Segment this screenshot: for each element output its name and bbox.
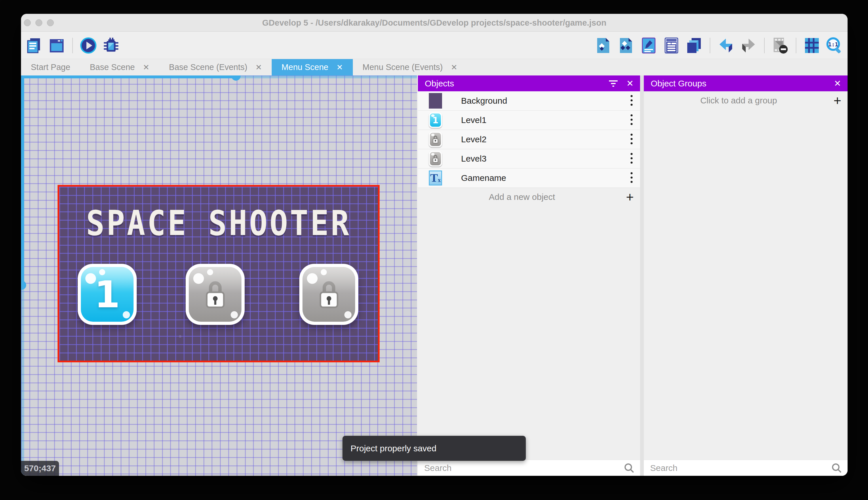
object-groups-panel-header: Object Groups ✕ — [644, 76, 847, 91]
tab-menu-scene-events[interactable]: Menu Scene (Events)✕ — [353, 59, 467, 76]
cursor-coordinates: 570;437 — [21, 461, 59, 476]
level1-button-object[interactable]: 1 — [78, 264, 137, 325]
search-icon — [623, 462, 635, 474]
scene-title-text-object[interactable]: SPACE SHOOTER — [59, 203, 378, 243]
close-panel-icon[interactable]: ✕ — [623, 77, 637, 90]
toolbar-left-group — [25, 32, 120, 59]
level1-thumbnail: 1 — [429, 112, 442, 128]
objects-search-bar — [418, 460, 640, 476]
toolbar-divider — [764, 38, 765, 53]
text-object-icon: Tx — [429, 170, 442, 186]
object-row-background[interactable]: Background — [418, 91, 640, 111]
lock-icon — [432, 154, 439, 163]
objects-panel: Objects ✕ Background 1 Level1 — [418, 76, 640, 476]
tab-base-scene-events[interactable]: Base Scene (Events)✕ — [159, 59, 272, 76]
project-manager-icon[interactable] — [25, 37, 43, 55]
object-groups-icon[interactable] — [617, 37, 635, 55]
save-toast: Project properly saved — [342, 436, 526, 461]
object-row-level2[interactable]: Level2 — [418, 130, 640, 149]
level3-thumbnail — [429, 151, 442, 167]
plus-icon[interactable]: + — [833, 94, 841, 107]
scene-window-icon[interactable] — [48, 37, 66, 55]
level3-button-object[interactable] — [299, 264, 358, 325]
object-row-level1[interactable]: 1 Level1 — [418, 111, 640, 130]
level2-thumbnail — [429, 132, 442, 147]
redo-icon[interactable] — [740, 37, 758, 55]
tab-bar: Start Page Base Scene✕ Base Scene (Event… — [21, 59, 847, 76]
close-tab-icon[interactable]: ✕ — [337, 63, 343, 72]
toast-message: Project properly saved — [351, 444, 436, 453]
close-tab-icon[interactable]: ✕ — [255, 63, 262, 72]
object-menu-icon[interactable] — [630, 133, 633, 146]
instances-list-icon[interactable] — [662, 37, 680, 55]
toolbar: 1:1 — [21, 32, 847, 59]
search-icon — [831, 462, 842, 474]
groups-search-bar — [644, 460, 847, 476]
button-gloss — [189, 267, 242, 322]
toolbar-divider — [796, 38, 796, 53]
vertical-scrollbar[interactable] — [21, 76, 24, 476]
close-panel-icon[interactable]: ✕ — [831, 77, 844, 90]
add-object-row[interactable]: Add a new object + — [418, 188, 640, 206]
horizontal-scrollbar-knob[interactable] — [231, 76, 241, 81]
background-thumbnail — [429, 93, 442, 109]
button-gloss — [303, 267, 355, 322]
play-icon[interactable] — [80, 37, 97, 55]
panel-divider[interactable] — [640, 76, 644, 476]
close-tab-icon[interactable]: ✕ — [143, 63, 149, 72]
level2-button-object[interactable] — [186, 264, 245, 325]
button-gloss — [81, 267, 133, 322]
add-group-row[interactable]: Click to add a group + — [644, 91, 847, 110]
tab-base-scene[interactable]: Base Scene✕ — [80, 59, 159, 76]
layers-icon[interactable] — [685, 37, 703, 55]
horizontal-scrollbar[interactable] — [21, 76, 417, 78]
tab-menu-scene[interactable]: Menu Scene✕ — [272, 59, 353, 76]
filter-icon[interactable] — [607, 77, 620, 90]
properties-icon[interactable] — [640, 37, 658, 55]
grid-icon[interactable] — [803, 37, 821, 55]
groups-search-input[interactable] — [650, 463, 831, 473]
object-groups-panel: Object Groups ✕ Click to add a group + — [644, 76, 847, 476]
plus-icon[interactable]: + — [626, 190, 634, 204]
object-groups-panel-title: Object Groups — [651, 79, 831, 88]
object-menu-icon[interactable] — [630, 94, 633, 107]
vertical-scrollbar-knob[interactable] — [21, 281, 26, 290]
undo-icon[interactable] — [717, 37, 735, 55]
toolbar-divider — [72, 38, 73, 53]
objects-panel-header: Objects ✕ — [418, 76, 640, 91]
lock-icon — [432, 135, 439, 144]
objects-panel-title: Objects — [425, 79, 607, 88]
toolbar-divider — [710, 38, 710, 53]
zoom-1-1-icon[interactable]: 1:1 — [826, 37, 844, 55]
object-row-gamename[interactable]: Tx Gamename — [418, 169, 640, 188]
app-window: GDevelop 5 - /Users/dkarakay/Documents/G… — [21, 14, 847, 476]
toolbar-right-group: 1:1 — [594, 32, 844, 59]
window-title: GDevelop 5 - /Users/dkarakay/Documents/G… — [21, 14, 847, 32]
object-menu-icon[interactable] — [630, 152, 633, 165]
scene-editor-canvas[interactable]: SPACE SHOOTER 1 — [21, 76, 417, 476]
object-menu-icon[interactable] — [630, 114, 633, 126]
svg-text:1:1: 1:1 — [828, 41, 838, 47]
object-menu-icon[interactable] — [630, 172, 633, 184]
object-row-level3[interactable]: Level3 — [418, 149, 640, 169]
debug-icon[interactable] — [102, 37, 120, 55]
window-mask-icon[interactable] — [771, 37, 789, 55]
tab-start-page[interactable]: Start Page — [21, 59, 80, 76]
objects-search-input[interactable] — [424, 463, 623, 473]
close-tab-icon[interactable]: ✕ — [451, 63, 457, 72]
objects-list-icon[interactable] — [594, 37, 612, 55]
title-bar: GDevelop 5 - /Users/dkarakay/Documents/G… — [21, 14, 847, 32]
game-scene-selection[interactable]: SPACE SHOOTER 1 — [58, 185, 379, 362]
